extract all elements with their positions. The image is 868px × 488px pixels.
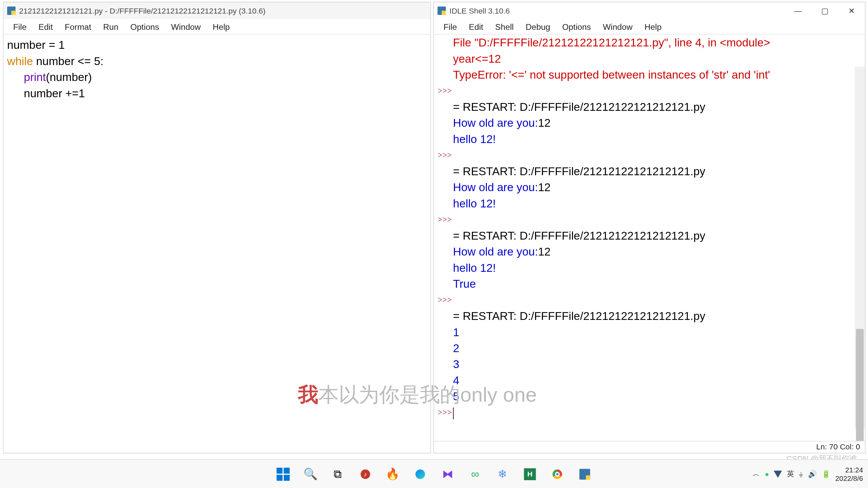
infinity-app-icon[interactable]: ∞	[463, 462, 487, 486]
shell-content[interactable]: >>> >>> >>> >>> >>> File "D:/FFFFFile/21…	[434, 35, 865, 441]
shell-cursor	[453, 407, 454, 419]
out-4: 4	[453, 372, 861, 388]
editor-content[interactable]: number = 1 while number <= 5: print(numb…	[4, 35, 431, 453]
code-line-2: number <= 5:	[33, 55, 103, 67]
shell-statusbar: Ln: 70 Col: 0	[434, 441, 865, 453]
shell-output: File "D:/FFFFFile/21212122121212121.py",…	[453, 35, 865, 441]
traceback-error: TypeError: '<=' not supported between in…	[453, 67, 861, 83]
taskbar-center: 🔍 ⧉ ♪ 🔥 ⧓ ∞ ❄ H	[271, 462, 597, 486]
shell-menu-debug[interactable]: Debug	[520, 21, 556, 33]
menu-run[interactable]: Run	[97, 21, 124, 33]
fn-print: print	[24, 71, 46, 83]
tray-battery-icon[interactable]: 🔋	[822, 470, 830, 478]
shell-menu-shell[interactable]: Shell	[489, 21, 520, 33]
shell-menu-help[interactable]: Help	[638, 21, 668, 33]
restart-2: = RESTART: D:/FFFFFile/21212122121212121…	[453, 163, 861, 179]
tray-ime-indicator[interactable]: 英	[787, 469, 794, 479]
tray-chevron-icon[interactable]: ︿	[753, 469, 760, 479]
shell-scrollbar[interactable]	[855, 67, 865, 429]
menu-edit[interactable]: Edit	[33, 21, 59, 33]
shell-titlebar[interactable]: IDLE Shell 3.10.6 — ▢ ✕	[434, 2, 865, 19]
editor-titlebar[interactable]: 21212122121212121.py - D:/FFFFFile/21212…	[4, 2, 431, 19]
minimize-button[interactable]: —	[785, 2, 811, 19]
menu-help[interactable]: Help	[207, 21, 236, 33]
out-5: 5	[453, 388, 861, 404]
tray-clock[interactable]: 21:24 2022/8/6	[835, 466, 863, 482]
tray-wechat-icon[interactable]: ●	[765, 470, 769, 478]
flame-app-icon[interactable]: 🔥	[381, 462, 405, 486]
scroll-thumb[interactable]	[856, 329, 864, 441]
tray-security-icon[interactable]	[774, 470, 782, 477]
taskbar: 🔍 ⧉ ♪ 🔥 ⧓ ∞ ❄ H ︿ ● 英 ⏚ 🔊 🔋 21:24 2022/8…	[0, 459, 868, 488]
editor-title: 21212122121212121.py - D:/FFFFFile/21212…	[19, 6, 265, 15]
kw-while: while	[7, 55, 33, 67]
out-2: 2	[453, 340, 861, 356]
shell-menu-options[interactable]: Options	[556, 21, 597, 33]
shell-menu-edit[interactable]: Edit	[463, 21, 489, 33]
shell-title: IDLE Shell 3.10.6	[450, 6, 510, 15]
restart-1: = RESTART: D:/FFFFFile/21212122121212121…	[453, 99, 861, 115]
maximize-button[interactable]: ▢	[811, 2, 838, 19]
task-view-button[interactable]: ⧉	[326, 462, 350, 486]
shell-menu-file[interactable]: File	[437, 21, 463, 33]
menu-window[interactable]: Window	[165, 21, 207, 33]
python-file-icon	[7, 6, 16, 15]
cursor-position: Ln: 70 Col: 0	[816, 442, 860, 451]
menu-format[interactable]: Format	[59, 21, 97, 33]
traceback-file: File "D:/FFFFFile/21212122121212121.py",…	[453, 35, 861, 50]
code-line-4: number +=1	[24, 87, 85, 100]
shell-prompt-gutter: >>> >>> >>> >>> >>>	[434, 35, 453, 441]
tray-volume-icon[interactable]: 🔊	[808, 470, 817, 478]
code-line-1: number = 1	[7, 39, 65, 51]
tray-wifi-icon[interactable]: ⏚	[799, 470, 803, 478]
chrome-icon[interactable]	[546, 462, 569, 486]
start-button[interactable]	[271, 462, 295, 486]
out-1: 1	[453, 324, 861, 340]
snowflake-app-icon[interactable]: ❄	[491, 462, 514, 486]
shell-menubar: File Edit Shell Debug Options Window Hel…	[434, 19, 865, 35]
search-button[interactable]: 🔍	[299, 462, 322, 486]
restart-4: = RESTART: D:/FFFFFile/21212122121212121…	[453, 308, 861, 324]
shell-window: IDLE Shell 3.10.6 — ▢ ✕ File Edit Shell …	[433, 2, 866, 453]
edge-icon[interactable]	[408, 462, 432, 486]
python-icon	[437, 6, 446, 15]
system-tray: ︿ ● 英 ⏚ 🔊 🔋 21:24 2022/8/6	[753, 466, 868, 482]
out-3: 3	[453, 356, 861, 372]
menu-options[interactable]: Options	[124, 21, 165, 33]
close-button[interactable]: ✕	[838, 2, 865, 19]
traceback-source: year<=12	[453, 50, 861, 66]
shell-menu-window[interactable]: Window	[597, 21, 638, 33]
editor-menubar: File Edit Format Run Options Window Help	[4, 19, 431, 35]
menu-file[interactable]: File	[7, 21, 33, 33]
visual-studio-icon[interactable]: ⧓	[436, 462, 459, 486]
restart-3: = RESTART: D:/FFFFFile/21212122121212121…	[453, 228, 861, 244]
hbuilder-icon[interactable]: H	[518, 462, 542, 486]
editor-window: 21212122121212121.py - D:/FFFFFile/21212…	[3, 2, 431, 453]
netease-music-icon[interactable]: ♪	[353, 462, 377, 486]
code-line-3: (number)	[46, 71, 92, 83]
idle-icon[interactable]	[573, 462, 596, 486]
